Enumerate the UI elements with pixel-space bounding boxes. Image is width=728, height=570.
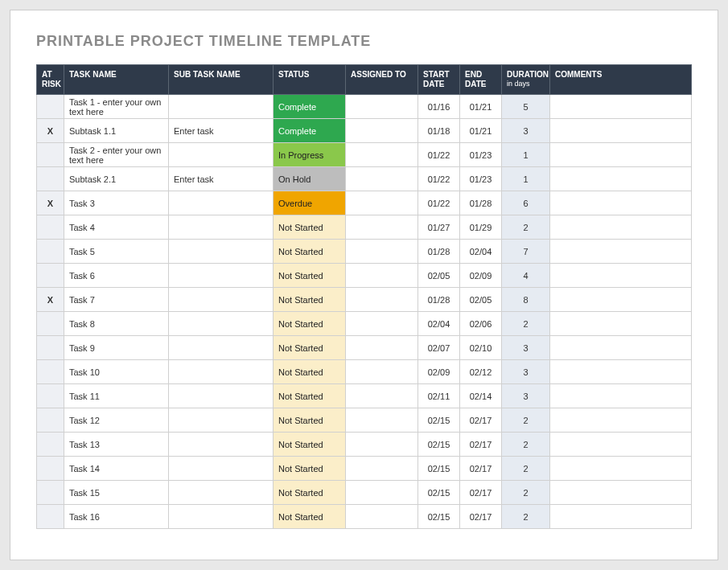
cell-at-risk[interactable]: [37, 215, 64, 240]
cell-sub-task[interactable]: [169, 384, 274, 408]
cell-assigned[interactable]: [346, 336, 418, 360]
cell-duration[interactable]: 6: [502, 191, 550, 215]
cell-comments[interactable]: [550, 215, 692, 240]
cell-task-name[interactable]: Task 2 - enter your own text here: [64, 143, 169, 167]
cell-duration[interactable]: 2: [502, 457, 550, 481]
cell-end-date[interactable]: 02/17: [460, 457, 502, 481]
cell-status[interactable]: Complete: [274, 95, 346, 119]
cell-start-date[interactable]: 02/04: [418, 312, 460, 336]
cell-sub-task[interactable]: [169, 288, 274, 312]
cell-sub-task[interactable]: Enter task: [169, 167, 274, 191]
cell-sub-task[interactable]: [169, 143, 274, 167]
cell-comments[interactable]: [550, 457, 692, 481]
cell-start-date[interactable]: 02/15: [418, 481, 460, 505]
cell-start-date[interactable]: 02/15: [418, 457, 460, 481]
cell-duration[interactable]: 8: [502, 288, 550, 312]
cell-task-name[interactable]: Task 5: [64, 240, 169, 264]
cell-comments[interactable]: [550, 505, 692, 529]
cell-assigned[interactable]: [346, 240, 418, 264]
cell-end-date[interactable]: 02/17: [460, 481, 502, 505]
cell-comments[interactable]: [550, 433, 692, 457]
cell-comments[interactable]: [550, 360, 692, 384]
cell-comments[interactable]: [550, 481, 692, 505]
cell-assigned[interactable]: [346, 119, 418, 143]
cell-sub-task[interactable]: [169, 312, 274, 336]
cell-end-date[interactable]: 01/23: [460, 143, 502, 167]
cell-task-name[interactable]: Task 12: [64, 408, 169, 433]
cell-task-name[interactable]: Subtask 1.1: [64, 119, 169, 143]
cell-at-risk[interactable]: [37, 408, 64, 433]
cell-task-name[interactable]: Task 15: [64, 481, 169, 505]
cell-start-date[interactable]: 02/15: [418, 433, 460, 457]
cell-duration[interactable]: 5: [502, 95, 550, 119]
cell-status[interactable]: In Progress: [274, 143, 346, 167]
cell-start-date[interactable]: 02/05: [418, 264, 460, 288]
cell-assigned[interactable]: [346, 457, 418, 481]
cell-assigned[interactable]: [346, 433, 418, 457]
cell-at-risk[interactable]: [37, 264, 64, 288]
cell-assigned[interactable]: [346, 360, 418, 384]
cell-end-date[interactable]: 02/14: [460, 384, 502, 408]
cell-comments[interactable]: [550, 119, 692, 143]
cell-at-risk[interactable]: [37, 433, 64, 457]
cell-duration[interactable]: 2: [502, 408, 550, 433]
cell-task-name[interactable]: Task 4: [64, 215, 169, 240]
cell-at-risk[interactable]: [37, 167, 64, 191]
cell-task-name[interactable]: Task 14: [64, 457, 169, 481]
cell-sub-task[interactable]: [169, 360, 274, 384]
cell-status[interactable]: Not Started: [274, 215, 346, 240]
cell-comments[interactable]: [550, 240, 692, 264]
cell-comments[interactable]: [550, 384, 692, 408]
cell-end-date[interactable]: 01/23: [460, 167, 502, 191]
cell-task-name[interactable]: Task 6: [64, 264, 169, 288]
cell-start-date[interactable]: 01/18: [418, 119, 460, 143]
cell-comments[interactable]: [550, 408, 692, 433]
cell-duration[interactable]: 1: [502, 143, 550, 167]
cell-at-risk[interactable]: [37, 336, 64, 360]
cell-start-date[interactable]: 01/16: [418, 95, 460, 119]
cell-status[interactable]: Not Started: [274, 505, 346, 529]
cell-at-risk[interactable]: [37, 240, 64, 264]
cell-assigned[interactable]: [346, 95, 418, 119]
cell-task-name[interactable]: Task 10: [64, 360, 169, 384]
cell-status[interactable]: Not Started: [274, 240, 346, 264]
cell-duration[interactable]: 2: [502, 505, 550, 529]
cell-end-date[interactable]: 02/06: [460, 312, 502, 336]
cell-start-date[interactable]: 01/22: [418, 167, 460, 191]
cell-end-date[interactable]: 02/17: [460, 505, 502, 529]
cell-status[interactable]: Not Started: [274, 360, 346, 384]
cell-comments[interactable]: [550, 143, 692, 167]
cell-duration[interactable]: 3: [502, 336, 550, 360]
cell-sub-task[interactable]: [169, 215, 274, 240]
cell-end-date[interactable]: 02/17: [460, 433, 502, 457]
cell-comments[interactable]: [550, 336, 692, 360]
cell-comments[interactable]: [550, 167, 692, 191]
cell-task-name[interactable]: Task 13: [64, 433, 169, 457]
cell-comments[interactable]: [550, 191, 692, 215]
cell-duration[interactable]: 2: [502, 312, 550, 336]
cell-end-date[interactable]: 02/12: [460, 360, 502, 384]
cell-sub-task[interactable]: [169, 191, 274, 215]
cell-assigned[interactable]: [346, 312, 418, 336]
cell-sub-task[interactable]: [169, 505, 274, 529]
cell-duration[interactable]: 7: [502, 240, 550, 264]
cell-end-date[interactable]: 02/04: [460, 240, 502, 264]
cell-assigned[interactable]: [346, 384, 418, 408]
cell-status[interactable]: Not Started: [274, 384, 346, 408]
cell-start-date[interactable]: 02/15: [418, 505, 460, 529]
cell-end-date[interactable]: 02/10: [460, 336, 502, 360]
cell-assigned[interactable]: [346, 191, 418, 215]
cell-status[interactable]: Complete: [274, 119, 346, 143]
cell-start-date[interactable]: 02/11: [418, 384, 460, 408]
cell-status[interactable]: Not Started: [274, 457, 346, 481]
cell-at-risk[interactable]: X: [37, 288, 64, 312]
cell-at-risk[interactable]: [37, 505, 64, 529]
cell-sub-task[interactable]: [169, 433, 274, 457]
cell-duration[interactable]: 3: [502, 360, 550, 384]
cell-duration[interactable]: 4: [502, 264, 550, 288]
cell-at-risk[interactable]: [37, 457, 64, 481]
cell-status[interactable]: Not Started: [274, 264, 346, 288]
cell-task-name[interactable]: Task 1 - enter your own text here: [64, 95, 169, 119]
cell-duration[interactable]: 2: [502, 433, 550, 457]
cell-task-name[interactable]: Subtask 2.1: [64, 167, 169, 191]
